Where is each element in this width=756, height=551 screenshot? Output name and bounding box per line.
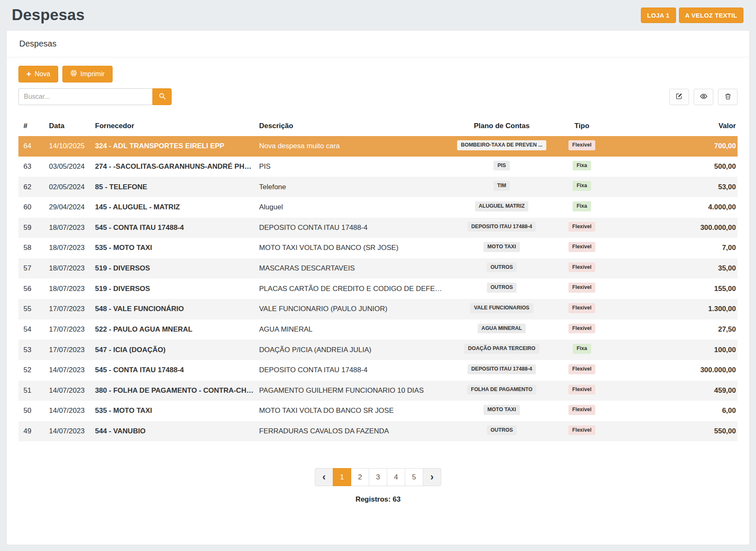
pagination-page-5[interactable]: 5 [405,468,423,486]
row-type-cell: Fixa [557,177,607,197]
row-value: 500,00 [607,157,738,177]
edit-button[interactable] [669,89,689,105]
table-row[interactable]: 54 17/07/2023 522 - PAULO AGUA MNERAL AG… [18,319,738,340]
pagination-next[interactable]: › [423,468,441,486]
table-row[interactable]: 49 14/07/2023 544 - VANUBIO FERRADURAS C… [18,421,738,442]
delete-button[interactable] [718,89,738,105]
row-date: 02/05/2024 [46,177,92,197]
pagination-page-1[interactable]: 1 [333,468,351,486]
type-badge: Flexível [568,324,595,334]
printer-icon [70,70,77,78]
row-account-plan-cell: DEPOSITO ITAU 17488-4 [446,360,557,381]
edit-icon [676,93,683,101]
new-button[interactable]: + Nova [18,66,58,82]
search-input[interactable] [18,88,152,105]
row-supplier: 85 - TELEFONE [92,177,256,197]
table-row[interactable]: 56 18/07/2023 519 - DIVERSOS PLACAS CART… [18,278,738,299]
row-account-plan-cell: OUTROS [446,258,557,279]
row-account-plan-cell: ALUGUEL MATRIZ [446,197,557,218]
row-id: 56 [18,278,46,299]
table-row[interactable]: 52 14/07/2023 545 - CONTA ITAU 17488-4 D… [18,360,738,381]
row-type-cell: Flexível [557,278,607,299]
new-button-label: Nova [35,70,50,78]
table-row[interactable]: 51 14/07/2023 380 - FOLHA DE PAGAMENTO -… [18,381,738,401]
table-row[interactable]: 64 14/10/2025 324 - ADL TRANSPORTES EIRE… [18,136,738,157]
pagination-prev[interactable]: ‹ [315,468,333,486]
type-badge: Flexível [568,303,595,313]
search-button[interactable] [152,88,172,105]
row-type-cell: Flexível [557,381,607,401]
table-row[interactable]: 62 02/05/2024 85 - TELEFONE Telefone TIM… [18,177,738,197]
toolbar: + Nova Imprimir [18,66,738,82]
column-header: Valor [607,117,738,136]
eye-icon [700,93,707,101]
row-account-plan-cell: AGUA MINERAL [446,319,557,340]
account-plan-badge: VALE FUNCIONARIOS [470,303,533,313]
store-button[interactable]: LOJA 1 [641,8,676,23]
row-id: 63 [18,157,46,177]
row-description: Telefone [256,177,446,197]
row-date: 18/07/2023 [46,258,92,279]
table-row[interactable]: 58 18/07/2023 535 - MOTO TAXI MOTO TAXI … [18,238,738,258]
row-value: 27,50 [607,319,738,340]
table-row[interactable]: 60 29/04/2024 145 - ALUGUEL - MATRIZ Alu… [18,197,738,218]
column-header: Data [46,117,92,136]
view-button[interactable] [694,89,713,105]
table-row[interactable]: 55 17/07/2023 548 - VALE FUNCIONÁRIO VAL… [18,299,738,319]
table-row[interactable]: 59 18/07/2023 545 - CONTA ITAU 17488-4 D… [18,218,738,238]
row-type-cell: Flexível [557,421,607,442]
account-plan-badge: MOTO TAXI [483,242,519,252]
pagination-page-4[interactable]: 4 [387,468,405,486]
company-button[interactable]: A VELOZ TEXTIL [679,8,743,23]
account-plan-badge: DOAÇÃO PARA TERCEIRO [464,344,539,354]
row-account-plan-cell: TIM [446,177,557,197]
row-account-plan-cell: DEPOSITO ITAU 17488-4 [446,218,557,238]
column-header: Tipo [557,117,607,136]
account-plan-badge: ALUGUEL MATRIZ [475,201,529,211]
row-account-plan-cell: OUTROS [446,421,557,442]
row-id: 50 [18,401,46,421]
table-row[interactable]: 50 14/07/2023 535 - MOTO TAXI MOTO TAXI … [18,401,738,421]
row-type-cell: Fixa [557,340,607,360]
row-type-cell: Flexível [557,401,607,421]
print-button[interactable]: Imprimir [62,66,113,82]
row-date: 17/07/2023 [46,299,92,319]
print-button-label: Imprimir [80,70,105,78]
row-value: 1.300,00 [607,299,738,319]
row-account-plan-cell: VALE FUNCIONARIOS [446,299,557,319]
row-account-plan-cell: DOAÇÃO PARA TERCEIRO [446,340,557,360]
type-badge: Flexível [568,385,595,395]
row-supplier: 324 - ADL TRANSPORTES EIRELI EPP [92,136,256,157]
row-description: VALE FUNCIONARIO (PAULO JUNIOR) [256,299,446,319]
table-row[interactable]: 53 17/07/2023 547 - ICIA (DOAÇÃO) DOAÇÃO… [18,340,738,360]
type-badge: Flexível [568,425,595,435]
row-value: 300.000,00 [607,218,738,238]
row-value: 155,00 [607,278,738,299]
type-badge: Flexível [568,242,595,252]
table-row[interactable]: 57 18/07/2023 519 - DIVERSOS MASCARAS DE… [18,258,738,279]
row-value: 459,00 [607,381,738,401]
row-value: 7,00 [607,238,738,258]
pagination-page-2[interactable]: 2 [351,468,369,486]
row-supplier: 547 - ICIA (DOAÇÃO) [92,340,256,360]
row-supplier: 545 - CONTA ITAU 17488-4 [92,218,256,238]
row-description: DEPOSITO CONTA ITAU 17488-4 [256,218,446,238]
row-description: FERRADURAS CAVALOS DA FAZENDA [256,421,446,442]
pagination-page-3[interactable]: 3 [369,468,387,486]
row-account-plan-cell: MOTO TAXI [446,238,557,258]
row-supplier: 545 - CONTA ITAU 17488-4 [92,360,256,381]
row-id: 54 [18,319,46,340]
row-id: 55 [18,299,46,319]
account-plan-badge: OUTROS [487,263,517,273]
table-row[interactable]: 63 03/05/2024 274 - -SACOLITAS-GARANHUNS… [18,157,738,177]
account-plan-badge: OUTROS [487,425,517,435]
row-supplier: 519 - DIVERSOS [92,278,256,299]
row-date: 17/07/2023 [46,319,92,340]
row-supplier: 548 - VALE FUNCIONÁRIO [92,299,256,319]
row-date: 18/07/2023 [46,218,92,238]
account-plan-badge: AGUA MINERAL [478,324,526,334]
header-buttons: LOJA 1 A VELOZ TEXTIL [641,8,743,23]
row-description: PLACAS CARTÃO DE CREDITO E CODIGO DE DEF… [256,278,446,299]
row-value: 4.000,00 [607,197,738,218]
account-plan-badge: PIS [494,161,509,171]
